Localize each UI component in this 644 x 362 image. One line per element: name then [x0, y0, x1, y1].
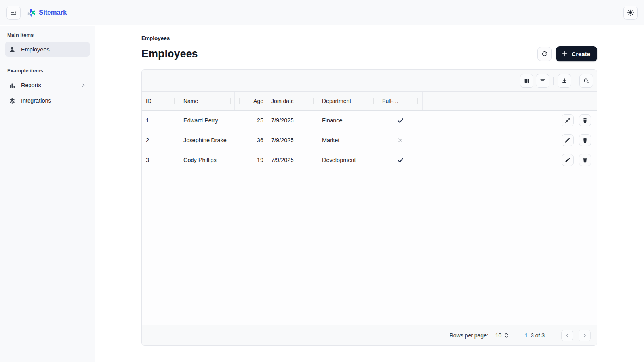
plus-icon — [562, 51, 568, 57]
column-header-name[interactable]: Name — [179, 92, 235, 110]
create-button-label: Create — [572, 51, 590, 57]
column-header-actions — [537, 92, 597, 110]
row-actions — [537, 130, 597, 150]
column-menu-icon[interactable] — [417, 98, 419, 104]
columns-button[interactable] — [520, 74, 533, 88]
column-header-spacer — [423, 92, 537, 110]
cell-age: 36 — [235, 130, 267, 150]
delete-button[interactable] — [579, 154, 591, 166]
cell-department: Development — [318, 150, 378, 170]
cell-department: Finance — [318, 111, 378, 130]
delete-button[interactable] — [579, 114, 591, 126]
cell-full-time — [378, 150, 423, 170]
sidebar-item-employees[interactable]: Employees — [5, 42, 90, 57]
next-page-button[interactable] — [579, 330, 591, 341]
breadcrumb: Employees — [141, 35, 597, 41]
trash-icon — [582, 157, 588, 163]
pencil-icon — [564, 137, 571, 143]
brand-logo[interactable]: Sitemark — [26, 8, 67, 17]
delete-button[interactable] — [579, 134, 591, 146]
employees-data-grid: ID Name Age — [141, 69, 597, 346]
table-row[interactable]: 2 Josephine Drake 36 7/9/2025 Market — [142, 130, 597, 150]
column-menu-icon[interactable] — [239, 98, 240, 104]
pencil-icon — [564, 157, 571, 163]
main-content: Employees Employees — [95, 26, 644, 362]
cell-name: Josephine Drake — [179, 130, 235, 150]
search-icon — [583, 78, 589, 84]
menu-collapse-icon — [10, 9, 17, 16]
table-row[interactable]: 3 Cody Phillips 19 7/9/2025 Development — [142, 150, 597, 170]
cell-id: 2 — [142, 130, 179, 150]
rows-per-page-select[interactable]: 10 — [495, 332, 509, 339]
trash-icon — [582, 117, 588, 124]
column-menu-icon[interactable] — [174, 98, 175, 104]
edit-button[interactable] — [562, 114, 574, 126]
pagination-range: 1–3 of 3 — [524, 332, 545, 339]
grid-footer: Rows per page: 10 1–3 of 3 — [142, 325, 597, 345]
refresh-icon — [541, 50, 548, 57]
person-icon — [9, 46, 16, 53]
columns-icon — [524, 78, 530, 84]
check-icon — [396, 156, 404, 164]
download-icon — [561, 78, 568, 84]
row-actions — [537, 150, 597, 170]
brand-name: Sitemark — [39, 9, 67, 17]
cell-name: Cody Phillips — [179, 150, 235, 170]
previous-page-button[interactable] — [561, 330, 573, 341]
x-icon — [397, 137, 404, 144]
sidebar-section-main-items: Main items — [7, 32, 88, 38]
sidebar-section-example-items: Example items — [7, 68, 88, 74]
cell-id: 1 — [142, 111, 179, 130]
column-header-full-time[interactable]: Full-… — [378, 92, 423, 110]
row-actions — [537, 111, 597, 130]
column-menu-icon[interactable] — [229, 98, 231, 104]
create-button[interactable]: Create — [556, 46, 597, 61]
search-button[interactable] — [579, 74, 593, 88]
edit-button[interactable] — [562, 154, 574, 166]
chevron-right-icon — [80, 82, 86, 88]
cell-department: Market — [318, 130, 378, 150]
refresh-button[interactable] — [537, 47, 552, 61]
sidebar-item-reports[interactable]: Reports — [5, 78, 90, 92]
cell-join-date: 7/9/2025 — [267, 130, 318, 150]
grid-empty-area — [142, 170, 597, 325]
sidebar-item-label: Integrations — [21, 97, 51, 104]
cell-age: 19 — [235, 150, 267, 170]
sidebar: Main items Employees Example items Repor… — [0, 26, 95, 362]
table-row[interactable]: 1 Edward Perry 25 7/9/2025 Finance — [142, 111, 597, 130]
sidebar-divider — [0, 62, 95, 62]
filter-button[interactable] — [536, 74, 549, 88]
pencil-icon — [564, 117, 571, 124]
layers-icon — [9, 97, 16, 104]
toolbar-divider — [553, 77, 554, 85]
rows-per-page-label: Rows per page: — [450, 332, 488, 339]
cell-join-date: 7/9/2025 — [267, 150, 318, 170]
toolbar-divider — [575, 77, 575, 85]
edit-button[interactable] — [562, 134, 574, 146]
rows-per-page-value: 10 — [495, 332, 502, 339]
cell-full-time — [378, 111, 423, 130]
column-menu-icon[interactable] — [373, 98, 374, 104]
grid-header-row: ID Name Age — [142, 92, 597, 111]
chevron-left-icon — [564, 333, 570, 338]
column-header-department[interactable]: Department — [318, 92, 378, 110]
column-header-id[interactable]: ID — [142, 92, 179, 110]
cell-name: Edward Perry — [179, 111, 235, 130]
topbar: Sitemark — [0, 0, 644, 25]
cell-join-date: 7/9/2025 — [267, 111, 318, 130]
theme-toggle-button[interactable] — [623, 6, 638, 20]
column-menu-icon[interactable] — [312, 98, 314, 104]
cell-id: 3 — [142, 150, 179, 170]
sidebar-item-label: Employees — [21, 46, 50, 53]
check-icon — [396, 116, 404, 124]
page-title: Employees — [141, 48, 198, 60]
chevron-right-icon — [582, 333, 587, 338]
column-header-age[interactable]: Age — [235, 92, 267, 110]
sidebar-collapse-button[interactable] — [6, 6, 21, 20]
export-button[interactable] — [558, 74, 571, 88]
sidebar-item-integrations[interactable]: Integrations — [5, 93, 90, 108]
trash-icon — [582, 137, 588, 143]
cell-age: 25 — [235, 111, 267, 130]
column-header-join-date[interactable]: Join date — [267, 92, 318, 110]
cell-full-time — [378, 130, 423, 150]
